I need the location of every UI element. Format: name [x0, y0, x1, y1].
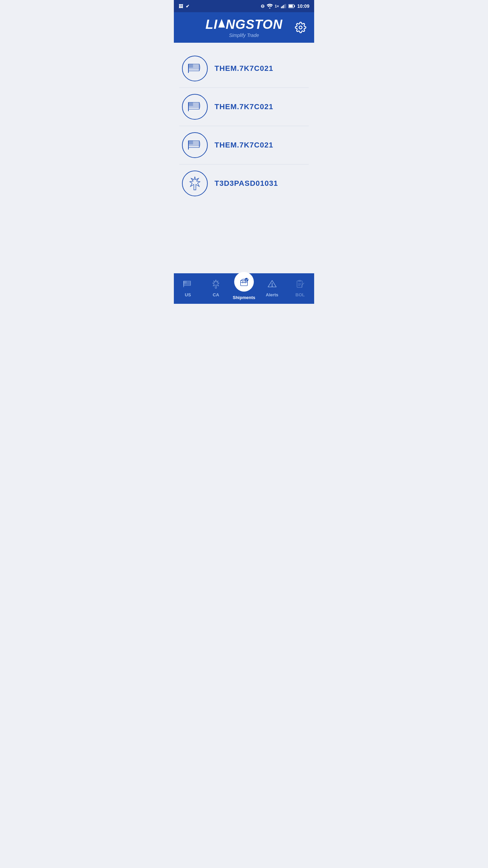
- svg-rect-34: [188, 141, 193, 144]
- shipment-id-3: THEM.7K7C021: [215, 141, 273, 150]
- status-bar-left: 🖼 ✔: [179, 4, 189, 9]
- shipments-circle: [234, 272, 254, 292]
- minus-circle-icon: ⊖: [261, 3, 265, 9]
- shipment-id-2: THEM.7K7C021: [215, 102, 273, 111]
- status-bar-right: ⊖ 1× 10:09: [261, 3, 309, 9]
- us-flag-icon: [182, 56, 208, 81]
- nav-item-ca[interactable]: CA: [202, 278, 230, 297]
- nav-item-bol[interactable]: BOL: [286, 278, 314, 297]
- us-flag-nav-icon: [182, 278, 194, 290]
- svg-rect-2: [282, 6, 283, 8]
- svg-rect-7: [289, 5, 293, 7]
- settings-button[interactable]: [294, 21, 307, 34]
- us-flag-icon: [182, 94, 208, 120]
- nav-item-us[interactable]: US: [174, 278, 202, 297]
- logo-tagline: Simplify Trade: [229, 33, 259, 38]
- svg-rect-1: [281, 7, 282, 8]
- svg-point-10: [299, 26, 302, 29]
- time-display: 10:09: [297, 3, 309, 9]
- nav-label-ca: CA: [213, 292, 219, 297]
- nav-item-shipments[interactable]: Shipments: [230, 275, 258, 300]
- app-logo: LI NGSTON Simplify Trade: [205, 17, 283, 38]
- shipment-item[interactable]: THEM.7K7C021: [179, 88, 309, 126]
- check-icon: ✔: [186, 4, 189, 9]
- shipment-item[interactable]: THEM.7K7C021: [179, 50, 309, 88]
- network-type-icon: 1×: [275, 4, 279, 8]
- bol-icon: [294, 278, 306, 290]
- nav-label-alerts: Alerts: [266, 292, 278, 297]
- shipment-list: THEM.7K7C021 THEM.7K7C021: [179, 50, 309, 202]
- svg-rect-3: [283, 5, 284, 8]
- svg-marker-9: [218, 19, 225, 27]
- nav-item-alerts[interactable]: Alerts: [258, 278, 286, 297]
- svg-rect-26: [188, 102, 193, 106]
- battery-icon: [288, 4, 295, 8]
- svg-line-53: [301, 285, 302, 287]
- svg-point-46: [272, 285, 272, 286]
- shipment-item[interactable]: THEM.7K7C021: [179, 126, 309, 164]
- shipment-id-1: THEM.7K7C021: [215, 64, 273, 73]
- shipment-id-4: T3D3PASD01031: [215, 179, 278, 188]
- svg-rect-42: [184, 281, 186, 283]
- signal-icon: [281, 4, 286, 8]
- nav-label-bol: BOL: [296, 292, 305, 297]
- svg-rect-18: [188, 64, 193, 67]
- wifi-icon: [267, 4, 273, 8]
- ca-maple-nav-icon: [210, 278, 222, 290]
- ca-maple-leaf-icon: [182, 171, 208, 196]
- svg-rect-4: [284, 4, 285, 8]
- svg-rect-5: [285, 4, 286, 8]
- logo-arrow-icon: [218, 19, 225, 31]
- main-content: THEM.7K7C021 THEM.7K7C021: [174, 43, 314, 273]
- nav-label-us: US: [185, 292, 191, 297]
- nav-label-shipments: Shipments: [233, 295, 255, 300]
- svg-rect-8: [294, 5, 295, 7]
- bottom-nav: US CA Shipments: [174, 273, 314, 304]
- alerts-icon: [266, 278, 278, 290]
- us-flag-icon: [182, 132, 208, 158]
- app-header: LI NGSTON Simplify Trade: [174, 12, 314, 43]
- image-icon: 🖼: [179, 4, 183, 9]
- status-bar: 🖼 ✔ ⊖ 1× 10:09: [174, 0, 314, 12]
- svg-point-0: [269, 7, 270, 8]
- shipment-item[interactable]: T3D3PASD01031: [179, 164, 309, 202]
